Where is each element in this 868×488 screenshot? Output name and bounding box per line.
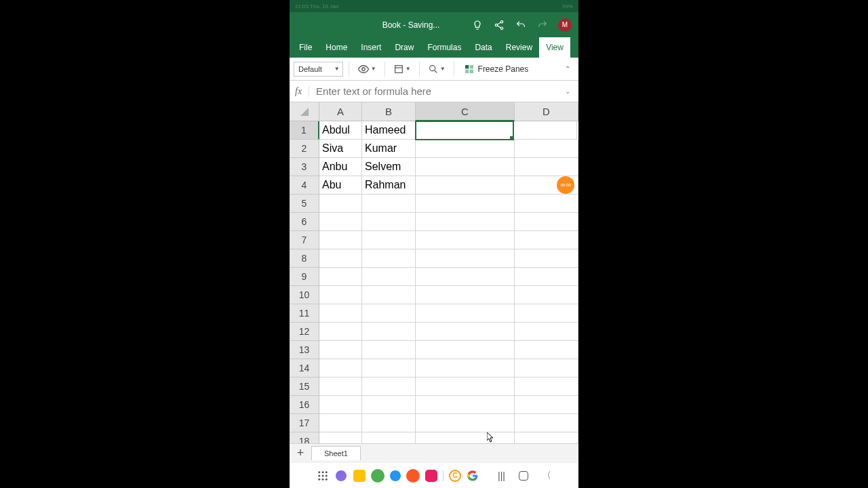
cell-C17[interactable] [416, 414, 515, 432]
tab-draw[interactable]: Draw [388, 37, 420, 58]
cell-B4[interactable]: Rahman [362, 176, 416, 195]
user-avatar[interactable]: M [558, 18, 572, 32]
cell-C7[interactable] [416, 231, 515, 249]
add-sheet-button[interactable]: + [290, 446, 311, 460]
cell-D12[interactable] [515, 323, 578, 341]
cell-C16[interactable] [416, 396, 515, 414]
cell-B1[interactable]: Hameed [362, 121, 416, 140]
cell-B10[interactable] [362, 286, 416, 304]
cell-C4[interactable] [416, 176, 515, 195]
home-button[interactable] [519, 471, 528, 481]
row-header-7[interactable]: 7 [290, 231, 319, 249]
google-icon[interactable] [467, 470, 479, 482]
formula-input[interactable] [316, 85, 562, 97]
style-dropdown[interactable]: Default ▼ [294, 62, 343, 77]
row-header-2[interactable]: 2 [290, 140, 319, 158]
cell-C18[interactable] [416, 432, 515, 443]
cell-C5[interactable] [416, 195, 515, 213]
row-header-6[interactable]: 6 [290, 213, 319, 231]
col-header-B[interactable]: B [362, 102, 416, 121]
cell-B9[interactable] [362, 268, 416, 286]
cell-B15[interactable] [362, 378, 416, 396]
cell-C9[interactable] [416, 268, 515, 286]
window-dropdown[interactable]: ▼ [391, 60, 414, 78]
cell-D3[interactable] [515, 158, 578, 176]
cell-A17[interactable] [319, 414, 362, 432]
row-header-13[interactable]: 13 [290, 341, 319, 359]
cell-A10[interactable] [319, 286, 362, 304]
share-icon[interactable] [493, 19, 505, 31]
cell-B17[interactable] [362, 414, 416, 432]
row-header-12[interactable]: 12 [290, 323, 319, 341]
cell-A18[interactable] [319, 432, 362, 443]
tab-data[interactable]: Data [468, 37, 498, 58]
cell-A1[interactable]: Abdul [319, 121, 362, 140]
apps-icon[interactable] [317, 470, 329, 482]
cell-D11[interactable] [515, 304, 578, 323]
cell-A8[interactable] [319, 249, 362, 268]
zoom-dropdown[interactable]: ▼ [425, 60, 448, 78]
cell-D14[interactable] [515, 359, 578, 378]
cell-D5[interactable] [515, 195, 578, 213]
row-header-10[interactable]: 10 [290, 286, 319, 304]
cell-B3[interactable]: Selvem [362, 158, 416, 176]
cell-C10[interactable] [416, 286, 515, 304]
redo-icon[interactable] [536, 19, 549, 31]
row-header-18[interactable]: 18 [290, 432, 319, 443]
cell-A9[interactable] [319, 268, 362, 286]
cell-D7[interactable] [515, 231, 578, 249]
cell-D1[interactable] [513, 121, 577, 140]
cell-C8[interactable] [416, 249, 515, 268]
row-header-17[interactable]: 17 [290, 414, 319, 432]
cell-B11[interactable] [362, 304, 416, 323]
cell-B2[interactable]: Kumar [362, 140, 416, 158]
cell-C12[interactable] [416, 323, 515, 341]
cell-B14[interactable] [362, 359, 416, 378]
cell-A14[interactable] [319, 359, 362, 378]
cell-D15[interactable] [515, 378, 578, 396]
cell-C14[interactable] [416, 359, 515, 378]
row-header-8[interactable]: 8 [290, 249, 319, 268]
cell-A3[interactable]: Anbu [319, 158, 362, 176]
cell-D16[interactable] [515, 396, 578, 414]
cell-B16[interactable] [362, 396, 416, 414]
cell-B7[interactable] [362, 231, 416, 249]
row-header-5[interactable]: 5 [290, 195, 319, 213]
cell-A5[interactable] [319, 195, 362, 213]
tab-insert[interactable]: Insert [354, 37, 388, 58]
cell-D8[interactable] [515, 249, 578, 268]
recent-apps-button[interactable]: ||| [498, 470, 505, 481]
cell-C6[interactable] [416, 213, 515, 231]
cell-D13[interactable] [515, 341, 578, 359]
show-hide-dropdown[interactable]: ▼ [355, 60, 379, 78]
row-header-14[interactable]: 14 [290, 359, 319, 378]
cell-D17[interactable] [515, 414, 578, 432]
cell-B18[interactable] [362, 432, 416, 443]
freeze-panes-button[interactable]: Freeze Panes [460, 64, 533, 75]
cell-A15[interactable] [319, 378, 362, 396]
cell-C11[interactable] [416, 304, 515, 323]
row-header-9[interactable]: 9 [290, 268, 319, 286]
cell-B8[interactable] [362, 249, 416, 268]
cell-B5[interactable] [362, 195, 416, 213]
select-all-corner[interactable] [290, 102, 319, 121]
app-icon-6[interactable] [425, 470, 437, 482]
cell-A16[interactable] [319, 396, 362, 414]
cell-C15[interactable] [416, 378, 515, 396]
row-header-16[interactable]: 16 [290, 396, 319, 414]
cell-D9[interactable] [515, 268, 578, 286]
col-header-D[interactable]: D [515, 102, 578, 121]
row-header-3[interactable]: 3 [290, 158, 319, 176]
cell-D2[interactable] [515, 140, 578, 158]
formula-expand-icon[interactable]: ⌄ [562, 87, 573, 95]
tab-review[interactable]: Review [499, 37, 539, 58]
undo-icon[interactable] [515, 19, 527, 31]
app-icon-1[interactable] [334, 469, 348, 483]
col-header-C[interactable]: C [416, 102, 515, 121]
cell-D18[interactable] [515, 432, 578, 443]
cell-C2[interactable] [416, 140, 515, 158]
app-icon-5[interactable] [406, 469, 420, 483]
cell-A7[interactable] [319, 231, 362, 249]
col-header-A[interactable]: A [319, 102, 362, 121]
cell-D6[interactable] [515, 213, 578, 231]
